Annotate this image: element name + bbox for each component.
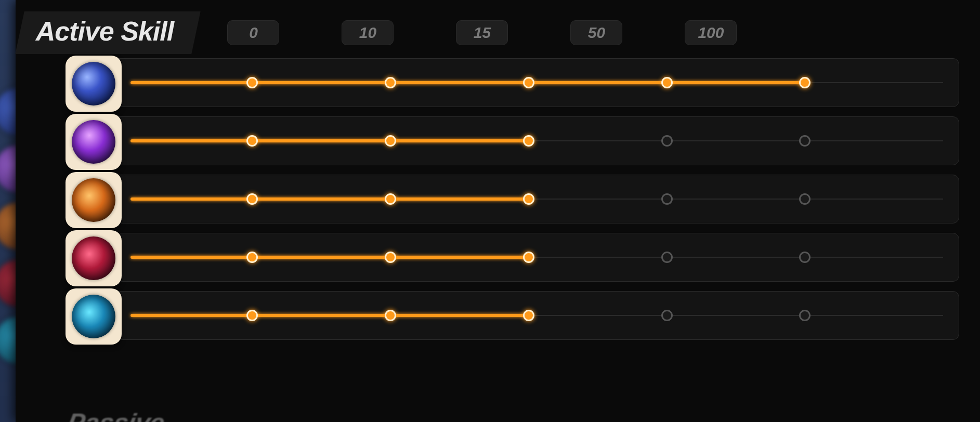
skill-orb-icon	[72, 178, 115, 222]
threshold-chip-50[interactable]: 50	[570, 20, 622, 45]
target-orb-icon[interactable]	[66, 288, 122, 345]
skill-progress-track[interactable]	[130, 82, 943, 83]
track-fill	[130, 139, 529, 142]
skill-node[interactable]	[661, 135, 673, 147]
active-skill-panel: Active Skill 0 10 15 50 100 Passive	[16, 0, 980, 422]
skill-row	[94, 58, 959, 107]
skill-row	[94, 233, 959, 282]
skill-node[interactable]	[246, 135, 258, 147]
skill-node[interactable]	[523, 310, 534, 321]
threshold-row: 0 10 15 50 100	[227, 20, 737, 45]
skill-node[interactable]	[523, 193, 534, 205]
skill-row	[94, 291, 959, 340]
skill-orb-icon	[72, 236, 115, 280]
track-fill	[130, 256, 529, 259]
potion-orb-icon[interactable]	[66, 114, 122, 170]
section-title: Active Skill	[36, 16, 174, 47]
skill-progress-track[interactable]	[130, 315, 943, 316]
skill-rows	[16, 54, 980, 340]
next-section-peek: Passive	[65, 407, 167, 422]
threshold-chip-100[interactable]: 100	[685, 20, 737, 45]
skill-node[interactable]	[523, 135, 534, 147]
skill-node[interactable]	[523, 77, 534, 88]
skill-node[interactable]	[661, 193, 673, 205]
meteor-orb-icon[interactable]	[66, 172, 122, 228]
skill-node[interactable]	[799, 193, 811, 205]
panel-header: Active Skill 0 10 15 50 100	[16, 0, 980, 54]
skill-node[interactable]	[799, 252, 811, 263]
skill-node[interactable]	[246, 77, 258, 88]
skill-node[interactable]	[523, 252, 534, 263]
threshold-chip-0[interactable]: 0	[227, 20, 279, 45]
skill-row	[94, 116, 959, 165]
skill-progress-track[interactable]	[130, 199, 943, 200]
skill-orb-icon	[72, 120, 115, 164]
track-fill	[130, 81, 805, 84]
skill-progress-track[interactable]	[130, 140, 943, 141]
skill-orb-icon	[72, 62, 115, 106]
skill-node[interactable]	[246, 310, 258, 321]
skill-node[interactable]	[246, 193, 258, 205]
skill-node[interactable]	[799, 77, 811, 88]
track-fill	[130, 314, 529, 317]
skill-node[interactable]	[799, 310, 811, 321]
skill-node[interactable]	[661, 252, 673, 263]
claw-orb-icon[interactable]	[66, 230, 122, 286]
skill-node[interactable]	[661, 77, 673, 88]
skill-node[interactable]	[385, 135, 396, 147]
skill-node[interactable]	[385, 252, 396, 263]
skill-node[interactable]	[385, 77, 396, 88]
skill-row	[94, 175, 959, 223]
skill-orb-icon	[72, 295, 115, 338]
track-fill	[130, 197, 529, 201]
threshold-chip-15[interactable]: 15	[456, 20, 508, 45]
skill-node[interactable]	[385, 193, 396, 205]
skill-node[interactable]	[799, 135, 811, 147]
vortex-orb-icon[interactable]	[66, 56, 122, 112]
skill-node[interactable]	[246, 252, 258, 263]
section-title-tab: Active Skill	[15, 11, 201, 54]
skill-node[interactable]	[661, 310, 673, 321]
skill-node[interactable]	[385, 310, 396, 321]
skill-progress-track[interactable]	[130, 257, 943, 258]
threshold-chip-10[interactable]: 10	[342, 20, 394, 45]
